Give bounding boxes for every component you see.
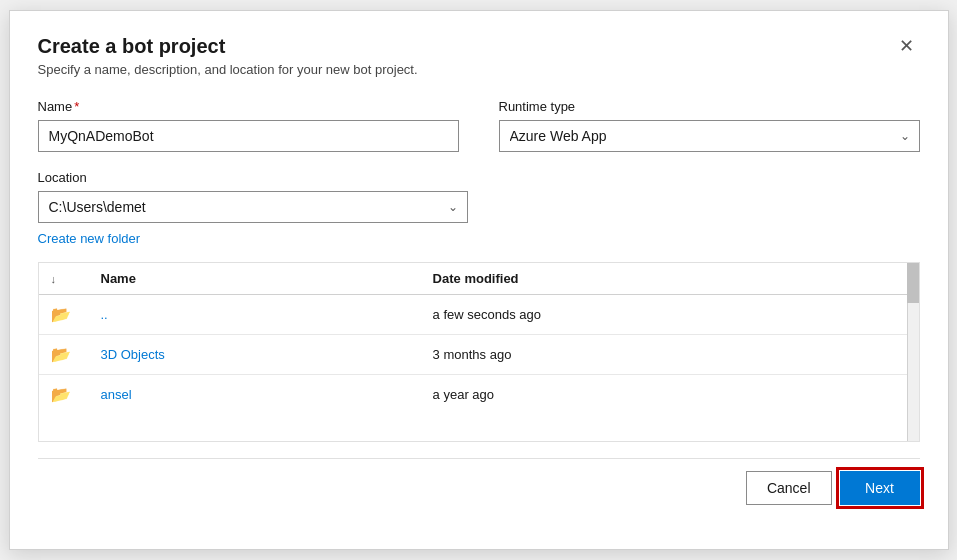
folder-icon-cell: 📂: [39, 375, 89, 415]
dialog-subtitle: Specify a name, description, and locatio…: [38, 62, 920, 77]
date-modified-cell: a year ago: [421, 375, 919, 415]
name-group: Name*: [38, 99, 459, 152]
create-bot-dialog: Create a bot project ✕ Specify a name, d…: [9, 10, 949, 550]
dialog-footer: Cancel Next: [38, 458, 920, 505]
file-table: ↓ Name Date modified 📂..a few seconds ag…: [39, 263, 919, 414]
date-modified-cell: 3 months ago: [421, 335, 919, 375]
runtime-label: Runtime type: [499, 99, 920, 114]
table-row: 📂3D Objects3 months ago: [39, 335, 919, 375]
runtime-select[interactable]: Azure Web App: [499, 120, 920, 152]
file-name-link[interactable]: ansel: [101, 387, 132, 402]
table-row: 📂ansela year ago: [39, 375, 919, 415]
file-name-cell: 3D Objects: [89, 335, 421, 375]
folder-icon-cell: 📂: [39, 295, 89, 335]
scrollbar-thumb[interactable]: [907, 263, 919, 303]
file-table-container: ↓ Name Date modified 📂..a few seconds ag…: [38, 262, 920, 442]
location-label: Location: [38, 170, 468, 185]
cancel-button[interactable]: Cancel: [746, 471, 832, 505]
dialog-header: Create a bot project ✕: [38, 35, 920, 58]
name-input[interactable]: [38, 120, 459, 152]
file-name-cell: ansel: [89, 375, 421, 415]
location-select[interactable]: C:\Users\demet: [38, 191, 468, 223]
name-runtime-row: Name* Runtime type Azure Web App ⌄: [38, 99, 920, 152]
folder-icon-cell: 📂: [39, 335, 89, 375]
dialog-title: Create a bot project: [38, 35, 226, 58]
table-row: 📂..a few seconds ago: [39, 295, 919, 335]
runtime-group: Runtime type Azure Web App ⌄: [499, 99, 920, 152]
date-modified-cell: a few seconds ago: [421, 295, 919, 335]
sort-col-header[interactable]: ↓: [39, 263, 89, 295]
next-button[interactable]: Next: [840, 471, 920, 505]
create-folder-link[interactable]: Create new folder: [38, 231, 920, 246]
file-name-link[interactable]: ..: [101, 307, 108, 322]
name-label: Name*: [38, 99, 459, 114]
table-header-row: ↓ Name Date modified: [39, 263, 919, 295]
file-name-cell: ..: [89, 295, 421, 335]
date-col-header[interactable]: Date modified: [421, 263, 919, 295]
close-button[interactable]: ✕: [893, 35, 920, 57]
file-name-link[interactable]: 3D Objects: [101, 347, 165, 362]
location-select-wrapper: C:\Users\demet ⌄: [38, 191, 468, 223]
folder-icon: 📂: [51, 386, 71, 403]
scrollbar-track[interactable]: [907, 263, 919, 441]
folder-icon: 📂: [51, 306, 71, 323]
sort-arrow-icon: ↓: [51, 273, 57, 285]
folder-icon: 📂: [51, 346, 71, 363]
name-col-header[interactable]: Name: [89, 263, 421, 295]
location-group: Location C:\Users\demet ⌄: [38, 170, 468, 223]
runtime-select-wrapper: Azure Web App ⌄: [499, 120, 920, 152]
